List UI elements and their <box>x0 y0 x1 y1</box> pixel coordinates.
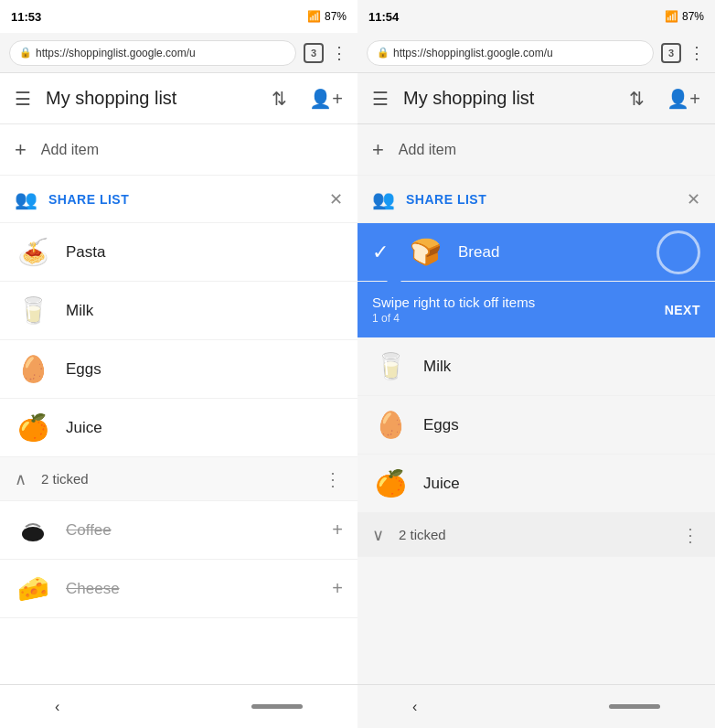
right-back-button[interactable]: ‹ <box>412 699 417 715</box>
right-phone-panel: 11:54 📶 87% 🔒 https://shoppinglist.googl… <box>358 0 715 728</box>
left-time: 11:53 <box>11 10 41 24</box>
left-share-banner: 👥 SHARE LIST ✕ <box>0 176 358 223</box>
ticked-menu-icon[interactable]: ⋮ <box>324 468 343 490</box>
right-ticked-header-row[interactable]: ∨ 2 ticked ⋮ <box>358 513 715 557</box>
right-ticked-menu-icon[interactable]: ⋮ <box>681 524 700 546</box>
list-item[interactable]: 🍊 Juice <box>358 455 715 513</box>
eggs-icon: 🥚 <box>15 351 51 388</box>
right-tab-badge[interactable]: 3 <box>661 43 681 63</box>
tooltip-next-button[interactable]: NEXT <box>665 303 700 317</box>
left-status-right: 📶 87% <box>307 10 347 23</box>
left-lock-icon: 🔒 <box>19 47 32 59</box>
right-status-right: 📶 87% <box>665 10 704 23</box>
juice-label: Juice <box>66 419 343 437</box>
cheese-icon: 🧀 <box>15 571 51 607</box>
right-lock-icon: 🔒 <box>377 47 390 59</box>
cheese-restore-icon[interactable]: + <box>332 578 343 599</box>
left-hamburger-icon[interactable]: ☰ <box>15 88 31 110</box>
right-ticked-label: 2 ticked <box>399 527 667 542</box>
left-list-section: 🍝 Pasta 🥛 Milk 🥚 Eggs 🍊 Juice ∧ 2 ticked… <box>0 223 358 684</box>
milk-label: Milk <box>66 302 343 320</box>
right-milk-label: Milk <box>423 358 700 376</box>
left-phone-panel: 11:53 📶 87% 🔒 https://shoppinglist.googl… <box>0 0 358 728</box>
bread-item-row[interactable]: ✓ 🍞 Bread <box>358 223 715 282</box>
bread-emoji-icon: 🍞 <box>407 234 443 271</box>
right-share-person-icon: 👥 <box>372 188 395 210</box>
list-item[interactable]: 🥚 Eggs <box>0 340 358 399</box>
right-ticked-chevron-icon: ∨ <box>372 525 384 545</box>
left-share-close[interactable]: ✕ <box>329 189 343 209</box>
list-item[interactable]: 🧀 Cheese + <box>0 560 358 618</box>
eggs-label: Eggs <box>66 360 343 379</box>
right-browser-menu[interactable]: ⋮ <box>688 43 706 63</box>
pasta-icon: 🍝 <box>15 234 51 271</box>
left-browser-menu[interactable]: ⋮ <box>331 43 348 63</box>
right-milk-icon: 🥛 <box>372 348 409 385</box>
left-browser-bar: 🔒 https://shoppinglist.google.com/u 3 ⋮ <box>0 33 358 73</box>
coffee-icon <box>15 512 51 549</box>
list-item[interactable]: 🥚 Eggs <box>358 396 715 455</box>
swipe-circle-indicator <box>656 230 700 274</box>
right-signal-icon: 📶 <box>665 10 678 23</box>
left-share-text[interactable]: SHARE LIST <box>48 192 318 207</box>
left-sort-icon[interactable]: ⇅ <box>272 88 287 110</box>
tooltip-main-text: Swipe right to tick off items <box>372 294 535 310</box>
bread-label: Bread <box>458 243 642 262</box>
left-nav-bar: ‹ <box>0 684 358 728</box>
right-home-pill[interactable] <box>609 704 660 709</box>
right-plus-icon: + <box>372 138 384 162</box>
ticked-label: 2 ticked <box>41 471 309 487</box>
tooltip-sub-text: 1 of 4 <box>372 312 535 325</box>
right-app-title: My shopping list <box>403 88 607 109</box>
left-add-person-icon[interactable]: 👤+ <box>309 88 343 110</box>
milk-icon: 🥛 <box>15 293 51 329</box>
right-share-banner: 👥 SHARE LIST ✕ <box>358 176 715 223</box>
right-app-header: ☰ My shopping list ⇅ 👤+ <box>358 73 715 124</box>
left-add-item-row[interactable]: + Add item <box>0 124 358 176</box>
left-home-pill[interactable] <box>251 704 303 709</box>
coffee-label: Coffee <box>66 521 317 540</box>
right-hamburger-icon[interactable]: ☰ <box>372 88 389 110</box>
left-back-button[interactable]: ‹ <box>55 699 59 715</box>
list-item[interactable]: 🍝 Pasta <box>0 223 358 282</box>
right-sort-icon[interactable]: ⇅ <box>629 88 645 110</box>
right-time: 11:54 <box>368 10 399 24</box>
ticked-header-row[interactable]: ∧ 2 ticked ⋮ <box>0 457 358 501</box>
left-app-header: ☰ My shopping list ⇅ 👤+ <box>0 73 358 124</box>
right-browser-bar: 🔒 https://shoppinglist.google.com/u 3 ⋮ <box>358 33 715 73</box>
right-share-close[interactable]: ✕ <box>687 189 700 209</box>
left-signal-icon: 📶 <box>307 10 321 23</box>
left-battery-icon: 87% <box>325 10 347 23</box>
left-status-bar: 11:53 📶 87% <box>0 0 358 33</box>
left-app-title: My shopping list <box>46 88 250 109</box>
cheese-label: Cheese <box>66 580 317 598</box>
left-url-bar[interactable]: 🔒 https://shoppinglist.google.com/u <box>9 40 296 66</box>
right-url-bar[interactable]: 🔒 https://shoppinglist.google.com/u <box>367 40 654 66</box>
right-battery-icon: 87% <box>682 10 704 23</box>
left-tab-badge[interactable]: 3 <box>304 43 324 63</box>
right-list-section: 🥛 Milk 🥚 Eggs 🍊 Juice ∨ 2 ticked ⋮ <box>358 337 715 684</box>
list-item[interactable]: 🥛 Milk <box>0 282 358 340</box>
right-eggs-label: Eggs <box>423 416 700 434</box>
left-plus-icon: + <box>15 138 27 162</box>
right-nav-bar: ‹ <box>358 684 715 728</box>
juice-icon: 🍊 <box>15 410 51 446</box>
svg-point-0 <box>22 527 44 541</box>
list-item[interactable]: 🥛 Milk <box>358 337 715 396</box>
left-add-item-text: Add item <box>41 142 99 158</box>
right-status-bar: 11:54 📶 87% <box>358 0 715 33</box>
bread-check-icon: ✓ <box>372 241 389 264</box>
swipe-tooltip: Swipe right to tick off items 1 of 4 NEX… <box>358 282 715 337</box>
list-item[interactable]: 🍊 Juice <box>0 399 358 457</box>
left-url-text: https://shoppinglist.google.com/u <box>36 47 196 59</box>
list-item[interactable]: Coffee + <box>0 501 358 560</box>
coffee-restore-icon[interactable]: + <box>332 519 343 541</box>
right-add-item-text: Add item <box>399 142 456 158</box>
right-juice-icon: 🍊 <box>372 466 409 502</box>
right-add-person-icon[interactable]: 👤+ <box>667 88 700 110</box>
right-add-item-row[interactable]: + Add item <box>358 124 715 176</box>
right-share-text[interactable]: SHARE LIST <box>406 192 676 207</box>
pasta-label: Pasta <box>66 243 343 262</box>
right-url-text: https://shoppinglist.google.com/u <box>393 47 553 59</box>
tooltip-text-block: Swipe right to tick off items 1 of 4 <box>372 294 535 325</box>
